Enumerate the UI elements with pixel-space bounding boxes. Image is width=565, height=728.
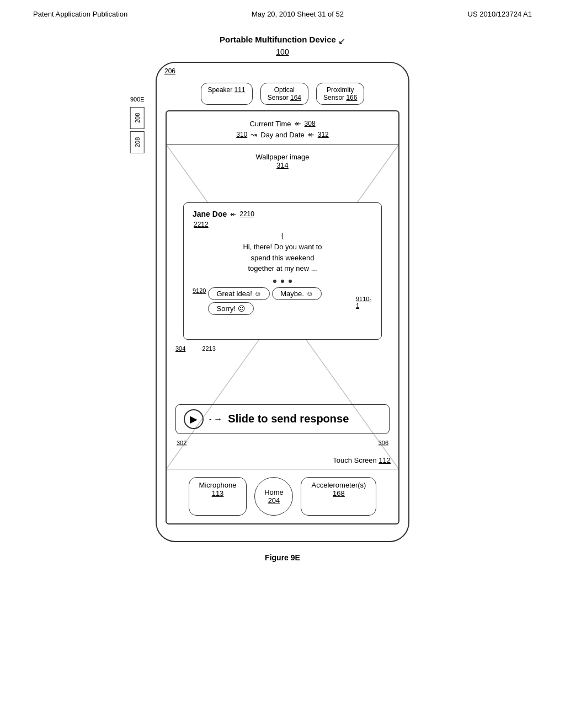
sensor-row: Speaker 111 Optical Sensor 164 Proximity… bbox=[166, 83, 399, 105]
device-outer: 206 900E 208 208 Speaker 111 Optical bbox=[156, 62, 409, 542]
notif-name: Jane Doe bbox=[193, 210, 227, 218]
slide-ref-302: 302 bbox=[177, 440, 186, 446]
figure-caption: Figure 9E bbox=[265, 553, 300, 562]
header-right: US 2010/123724 A1 bbox=[468, 10, 532, 18]
day-ref-left: 310 bbox=[236, 131, 247, 138]
device-ref-100: 100 bbox=[276, 47, 289, 56]
slide-arrow-area: - → bbox=[209, 414, 222, 424]
proximity-sensor: Proximity Sensor 166 bbox=[316, 83, 364, 105]
home-btn[interactable]: Home 204 bbox=[254, 477, 293, 516]
day-date-label: Day and Date bbox=[260, 131, 305, 139]
slide-icon: ▶ bbox=[184, 409, 204, 429]
slide-top-refs: 304 2213 bbox=[175, 345, 390, 352]
dots-row bbox=[193, 280, 372, 283]
current-time-label: Current Time bbox=[249, 120, 291, 128]
dot-3 bbox=[289, 280, 292, 283]
accelerometer-btn: Accelerometer(s) 168 bbox=[301, 477, 376, 516]
wallpaper-label: Wallpaper image 314 bbox=[167, 145, 398, 169]
dot-1 bbox=[273, 280, 276, 283]
header-middle: May 20, 2010 Sheet 31 of 52 bbox=[252, 10, 344, 18]
response-ref-9110: 9110-1 bbox=[356, 296, 372, 309]
slide-text: Slide to send response bbox=[228, 413, 349, 425]
label-206: 206 bbox=[164, 67, 175, 75]
wallpaper-area: Wallpaper image 314 Jane Doe ↞ 2210 2212… bbox=[167, 145, 398, 469]
page-header: Patent Application Publication May 20, 2… bbox=[0, 0, 565, 24]
slide-container: 304 2213 ▶ - → Slide to send response bbox=[175, 345, 390, 446]
response-area: 9120 Great idea! ☺ Maybe. ☺ Sorry! ☹ bbox=[193, 287, 372, 317]
main-content: Portable Multifunction Device ↙ 100 206 … bbox=[0, 24, 565, 562]
bottom-controls: Microphone 113 Home 204 Accelerometer(s)… bbox=[167, 477, 398, 516]
slide-ref-304: 304 bbox=[175, 345, 185, 352]
response-option-3[interactable]: Sorry! ☹ bbox=[208, 302, 253, 315]
response-ref-9120: 9120 bbox=[193, 287, 206, 294]
curve-arrow-3: ↞ bbox=[308, 130, 315, 139]
slide-ref-306: 306 bbox=[379, 440, 388, 446]
current-time-ref: 308 bbox=[305, 120, 316, 127]
notif-sub-ref: 2212 bbox=[194, 221, 209, 228]
response-option-1[interactable]: Great idea! ☺ bbox=[208, 287, 269, 300]
dot-2 bbox=[281, 280, 284, 283]
wallpaper-ref: 314 bbox=[167, 161, 398, 169]
side-label-208-bottom: 208 bbox=[130, 131, 145, 153]
side-labels: 900E 208 208 bbox=[130, 96, 145, 153]
optical-sensor: Optical Sensor 164 bbox=[260, 83, 308, 105]
slide-ref-bottom: 302 306 bbox=[175, 440, 390, 446]
side-label-208-top: 208 bbox=[130, 107, 145, 129]
response-option-2[interactable]: Maybe. ☺ bbox=[272, 287, 322, 300]
curve-arrow-1: ↞ bbox=[295, 119, 301, 128]
microphone-btn[interactable]: Microphone 113 bbox=[189, 477, 247, 516]
curve-arrow-2: ↝ bbox=[250, 130, 257, 139]
screen-outer: Current Time ↞ 308 310 ↝ Day and Date ↞ … bbox=[166, 110, 399, 524]
header-left: Patent Application Publication bbox=[33, 10, 127, 18]
status-area: Current Time ↞ 308 310 ↝ Day and Date ↞ … bbox=[167, 111, 398, 145]
notification-card: Jane Doe ↞ 2210 2212 { Hi, there! Do you… bbox=[183, 202, 382, 340]
slide-area[interactable]: ▶ - → Slide to send response bbox=[175, 404, 390, 434]
notif-name-ref: 2210 bbox=[239, 210, 254, 218]
notif-message: Hi, there! Do you want tospend this week… bbox=[193, 242, 372, 274]
device-label-area: Portable Multifunction Device ↙ 100 bbox=[220, 35, 345, 56]
touch-screen-label: Touch Screen 112 bbox=[167, 452, 398, 469]
label-900e: 900E bbox=[130, 96, 145, 103]
notif-curve: ↞ bbox=[230, 210, 236, 218]
slide-ref-2213: 2213 bbox=[202, 345, 215, 352]
speaker-sensor: Speaker 111 bbox=[201, 83, 253, 105]
device-arrow: ↙ bbox=[338, 36, 345, 46]
device-title: Portable Multifunction Device bbox=[220, 35, 336, 44]
day-ref-right: 312 bbox=[318, 131, 329, 138]
